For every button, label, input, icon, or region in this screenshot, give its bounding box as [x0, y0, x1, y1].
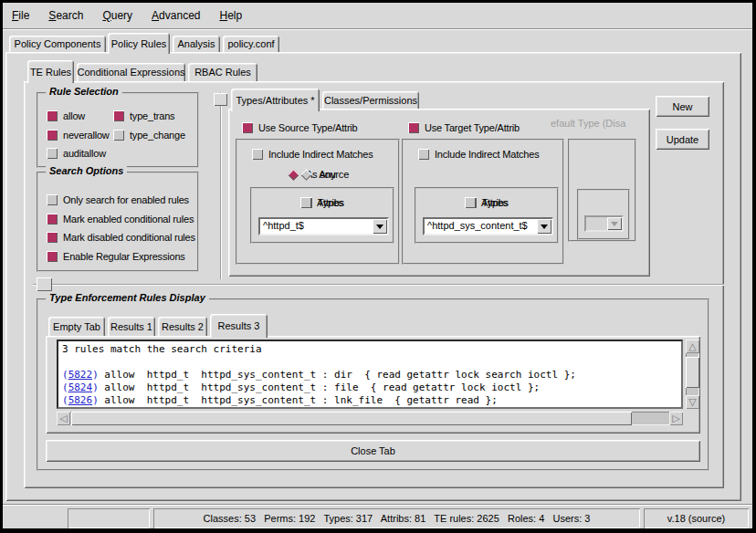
checkbox-label: Use Source Type/Attrib: [258, 122, 358, 133]
new-button[interactable]: New: [656, 96, 709, 117]
menu-bar: File Search Query Advanced Help: [3, 3, 752, 28]
scroll-right-icon[interactable]: ▷: [669, 412, 683, 425]
tab-results-2[interactable]: Results 2: [158, 317, 207, 336]
status-version: v.18 (source): [644, 508, 749, 528]
checkbox-allow[interactable]: allow: [47, 110, 85, 122]
horizontal-scroll-thumb[interactable]: [71, 412, 632, 425]
checkbox-indicator: [47, 251, 58, 262]
checkbox-type-change[interactable]: type_change: [113, 129, 185, 141]
vertical-scroll-thumb[interactable]: [686, 357, 699, 388]
combobox-value: [586, 217, 607, 230]
checkbox-neverallow[interactable]: neverallow: [47, 129, 110, 141]
checkbox-indicator: [47, 214, 58, 225]
tab-rbac-rules[interactable]: RBAC Rules: [188, 63, 257, 81]
scroll-down-icon[interactable]: ▽: [686, 395, 699, 409]
rule-link-5826[interactable]: (5826): [62, 394, 99, 406]
source-radio-row: As source Any: [237, 168, 398, 181]
search-options-frame: Search Options Only search for enabled r…: [37, 172, 199, 272]
tab-analysis[interactable]: Analysis: [173, 36, 220, 52]
rule-line: (5824) allow httpd_t httpd_sys_content_t…: [62, 381, 677, 394]
rule-selection-title: Rule Selection: [46, 86, 122, 97]
default-type-frame: [568, 139, 636, 242]
radio-label: Any: [319, 169, 335, 180]
update-button[interactable]: Update: [656, 129, 709, 150]
target-types-attribs-row: Types Attribs: [416, 196, 557, 209]
tab-results-3[interactable]: Results 3: [210, 314, 268, 338]
rule-text: allow httpd_t httpd_sys_content_t : file…: [99, 381, 540, 393]
checkbox-auditallow[interactable]: auditallow: [47, 147, 106, 160]
scroll-up-icon[interactable]: △: [686, 340, 699, 353]
search-options-title: Search Options: [46, 165, 127, 176]
apol-window: File Search Query Advanced Help Policy C…: [0, 0, 756, 533]
radio-any[interactable]: Any: [299, 168, 335, 181]
te-rules-display-title: Type Enforcement Rules Display: [46, 292, 209, 303]
checkbox-label: Mark enabled conditional rules: [63, 214, 194, 225]
checkbox-indicator: [113, 130, 124, 141]
checkbox-mark-disabled-conditional[interactable]: Mark disabled conditional rules: [47, 231, 195, 244]
checkbox-indicator: [252, 149, 263, 160]
checkbox-type-trans[interactable]: type_trans: [113, 110, 174, 122]
checkbox-source-attribs[interactable]: Attribs: [300, 196, 344, 209]
tab-policy-rules[interactable]: Policy Rules: [108, 33, 170, 54]
dropdown-arrow-icon[interactable]: [537, 219, 551, 234]
tab-types-attributes[interactable]: Types/Attributes *: [231, 89, 320, 111]
menu-query[interactable]: Query: [102, 9, 132, 22]
rule-link-5822[interactable]: (5822): [62, 369, 99, 381]
target-types-attribs-frame: Types Attribs ^httpd_sys_content_t$: [415, 187, 559, 244]
checkbox-use-source-type[interactable]: Use Source Type/Attrib: [242, 121, 358, 134]
source-frame: Include Indirect Matches As source Any T…: [236, 139, 400, 265]
tab-classes-permissions[interactable]: Classes/Permissions: [322, 91, 419, 109]
tab-empty-tab[interactable]: Empty Tab: [48, 317, 105, 336]
horizontal-sash: [33, 284, 724, 285]
checkbox-label: type_change: [130, 130, 185, 141]
results-vertical-scrollbar[interactable]: △ ▽: [686, 340, 699, 409]
target-type-combobox[interactable]: ^httpd_sys_content_t$: [423, 217, 553, 235]
checkbox-enable-regex[interactable]: Enable Regular Expressions: [47, 250, 185, 263]
dropdown-arrow-icon: [607, 217, 622, 230]
combobox-value: ^httpd_t$: [260, 219, 373, 234]
checkbox-mark-enabled-conditional[interactable]: Mark enabled conditional rules: [47, 213, 194, 225]
menu-search[interactable]: Search: [48, 9, 83, 22]
checkbox-target-indirect[interactable]: Include Indirect Matches: [418, 148, 539, 161]
tab-results-1[interactable]: Results 1: [108, 317, 155, 336]
close-tab-button[interactable]: Close Tab: [46, 440, 700, 462]
tab-policy-conf[interactable]: policy.conf: [223, 36, 279, 52]
dropdown-arrow-icon[interactable]: [373, 219, 387, 234]
menu-help[interactable]: Help: [219, 9, 242, 22]
checkbox-label: allow: [63, 110, 85, 121]
menu-advanced[interactable]: Advanced: [152, 9, 200, 22]
checkbox-indicator: [47, 194, 58, 205]
checkbox-label: Attribs: [481, 197, 509, 208]
checkbox-label: Only search for enabled rules: [63, 194, 189, 205]
radio-indicator: [288, 169, 299, 181]
checkbox-target-attribs[interactable]: Attribs: [465, 196, 509, 209]
default-type-inner-frame: [577, 189, 630, 240]
checkbox-source-indirect[interactable]: Include Indirect Matches: [252, 148, 373, 161]
rule-selection-frame: Rule Selection allow type_trans neverall…: [37, 92, 199, 168]
checkbox-label: Enable Regular Expressions: [63, 251, 185, 262]
menu-file[interactable]: File: [12, 9, 29, 22]
results-summary: 3 rules match the search criteria: [62, 343, 677, 356]
vertical-sash: [220, 92, 221, 279]
rule-text: allow httpd_t httpd_sys_content_t : lnk_…: [99, 394, 498, 406]
checkbox-indicator: [47, 148, 58, 159]
tab-policy-components[interactable]: Policy Components: [9, 36, 106, 52]
checkbox-indicator: [47, 232, 58, 243]
blank-line: [62, 356, 677, 369]
rule-link-5824[interactable]: (5824): [62, 381, 99, 393]
checkbox-label: Attribs: [317, 197, 344, 208]
checkbox-label: Include Indirect Matches: [435, 149, 539, 160]
checkbox-only-enabled-rules[interactable]: Only search for enabled rules: [47, 193, 189, 206]
checkbox-indicator: [47, 130, 58, 141]
tab-te-rules[interactable]: TE Rules: [27, 60, 74, 83]
source-type-combobox[interactable]: ^httpd_t$: [258, 217, 389, 235]
scroll-left-icon[interactable]: ◁: [57, 412, 70, 425]
vertical-sash-handle[interactable]: [214, 93, 227, 106]
results-horizontal-scrollbar[interactable]: ◁ ▷: [57, 412, 683, 425]
menubar-divider: [3, 28, 752, 29]
checkbox-label: Use Target Type/Attrib: [425, 122, 520, 133]
horizontal-sash-handle[interactable]: [37, 277, 52, 291]
checkbox-label: type_trans: [130, 110, 174, 121]
checkbox-use-target-type[interactable]: Use Target Type/Attrib: [408, 121, 520, 134]
tab-conditional-expressions[interactable]: Conditional Expressions: [77, 63, 185, 81]
